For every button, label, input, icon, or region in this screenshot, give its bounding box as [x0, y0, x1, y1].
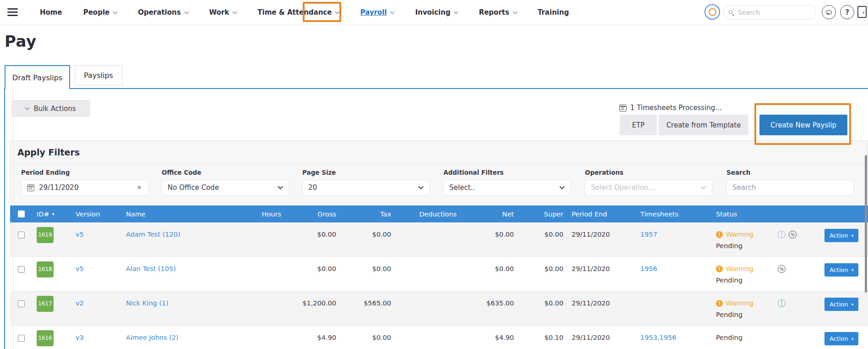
action-cell: Action▾: [820, 222, 868, 256]
clear-icon[interactable]: ✕: [137, 184, 142, 191]
filter-label: Search: [726, 169, 854, 176]
logout-icon[interactable]: [857, 6, 867, 18]
version-link[interactable]: v3: [76, 334, 84, 341]
menu-icon[interactable]: [7, 8, 18, 16]
table-row: 1618v5Alan Test (105)$0.00$0.00$0.00$0.0…: [10, 257, 868, 291]
timesheets-link[interactable]: 1956: [640, 265, 657, 272]
row-checkbox[interactable]: [18, 266, 25, 273]
column-header-version[interactable]: Version: [71, 205, 121, 222]
global-search[interactable]: [724, 5, 815, 20]
row-checkbox[interactable]: [18, 335, 25, 342]
column-header-deductions[interactable]: Deductions: [395, 205, 460, 222]
nav-item-training[interactable]: Training: [527, 8, 579, 17]
name-link[interactable]: Adam Test (120): [126, 231, 180, 238]
filter-additional-filters: Additional FiltersSelect..: [443, 169, 571, 195]
version-cell: v3: [71, 326, 121, 349]
nav-item-label: Training: [538, 8, 569, 17]
chevron-down-icon: [184, 9, 189, 14]
filter-operations-input[interactable]: Select Operation...: [585, 180, 712, 195]
column-label: Period End: [572, 211, 607, 218]
nav-item-home[interactable]: Home: [29, 8, 73, 17]
filter-period-ending-input[interactable]: 29/11/2020✕: [21, 180, 148, 195]
chevron-down-icon: [559, 184, 564, 189]
chat-button[interactable]: [822, 5, 836, 19]
select-all-checkbox[interactable]: [18, 211, 25, 217]
filter-search-input[interactable]: [732, 183, 848, 192]
status-label: Pending: [716, 334, 742, 341]
nav-item-reports[interactable]: Reports: [468, 8, 527, 17]
action-cell: Action▾: [820, 257, 868, 291]
page-title: Pay: [5, 32, 37, 50]
deductions-cell: [395, 222, 460, 256]
filter-page-size: Page Size20: [302, 169, 430, 195]
row-checkbox[interactable]: [18, 300, 25, 307]
filter-page-size-input[interactable]: 20: [302, 180, 430, 195]
column-header-timesheets[interactable]: Timesheets: [636, 205, 711, 222]
column-header-net[interactable]: Net: [460, 205, 518, 222]
chevron-down-icon: [233, 9, 237, 14]
column-header-gross[interactable]: Gross: [285, 205, 340, 222]
column-header-empty: [773, 205, 820, 222]
tab-payslips[interactable]: Payslips: [75, 65, 122, 85]
row-icons-cell: [773, 291, 820, 325]
gross-cell: $0.00: [285, 222, 340, 256]
chevron-down-icon: [513, 9, 517, 14]
warning-icon: !: [716, 266, 723, 272]
column-header-status[interactable]: Status: [711, 205, 773, 222]
column-header-hours[interactable]: Hours: [254, 205, 285, 222]
column-header-id[interactable]: ID#▾: [32, 205, 71, 222]
column-header-name[interactable]: Name: [121, 205, 254, 222]
nav-item-operations[interactable]: Operations: [127, 8, 198, 17]
version-link[interactable]: v5: [76, 265, 84, 272]
action-button[interactable]: Action▾: [824, 298, 858, 311]
id-cell: 1618: [32, 257, 71, 291]
action-button[interactable]: Action▾: [824, 332, 858, 345]
nav-item-payroll[interactable]: Payroll: [349, 8, 404, 17]
nav-item-work[interactable]: Work: [199, 8, 247, 17]
warning-status: !Warning: [716, 265, 753, 272]
status-cell: !WarningPending: [711, 222, 773, 256]
timesheets-link[interactable]: 1957: [640, 231, 657, 238]
action-button[interactable]: Action▾: [824, 263, 858, 277]
id-cell: 1616: [32, 326, 71, 349]
filter-additional-filters-input[interactable]: Select..: [443, 180, 571, 195]
tax-cell: $565.00: [340, 291, 395, 325]
name-link[interactable]: Alan Test (105): [126, 265, 176, 272]
column-header-super[interactable]: Super: [518, 205, 567, 222]
tax-cell: $0.00: [340, 257, 395, 291]
gross-cell: $1,200.00: [285, 291, 340, 325]
name-cell: Alan Test (105): [121, 257, 254, 291]
scrollbar-thumb[interactable]: [865, 155, 867, 293]
column-header-empty: [10, 205, 32, 222]
filter-office-code-input[interactable]: No Office Code: [162, 180, 289, 195]
status-cell: Pending: [711, 326, 773, 349]
etp-button[interactable]: ETP: [620, 115, 657, 135]
filter-search-input[interactable]: [726, 180, 854, 195]
name-link[interactable]: Aimee Johns (2): [126, 334, 179, 341]
action-cell: Action▾: [820, 326, 868, 349]
gross-cell: $0.00: [285, 257, 340, 291]
create-new-payslip-button[interactable]: Create New Payslip: [759, 115, 847, 135]
global-search-input[interactable]: [738, 9, 802, 16]
nav-item-people[interactable]: People: [73, 8, 128, 17]
version-link[interactable]: v5: [76, 231, 84, 238]
net-cell: $4.90: [460, 326, 518, 349]
timesheets-link[interactable]: 1953,1956: [640, 334, 676, 341]
column-label: Deductions: [419, 211, 457, 218]
column-header-tax[interactable]: Tax: [340, 205, 395, 222]
period-end-cell: 29/11/2020: [567, 257, 636, 291]
name-link[interactable]: Nick King (1): [126, 299, 169, 307]
chevron-down-icon: [278, 184, 283, 189]
bulk-actions-button[interactable]: Bulk Actions: [11, 100, 90, 117]
column-header-period-end[interactable]: Period End: [567, 205, 636, 222]
action-button[interactable]: Action▾: [824, 229, 858, 242]
help-button[interactable]: ?: [840, 5, 854, 19]
row-checkbox[interactable]: [18, 232, 25, 238]
nav-item-invoicing[interactable]: Invoicing: [404, 8, 468, 17]
version-link[interactable]: v2: [76, 299, 84, 307]
create-from-template-button[interactable]: Create from Template: [659, 115, 748, 135]
nav-item-time-attendance[interactable]: Time & Attendance: [247, 8, 349, 17]
super-cell: $0.00: [518, 222, 567, 256]
filter-label: Page Size: [302, 169, 430, 176]
tab-draft-payslips[interactable]: Draft Payslips: [5, 65, 70, 89]
